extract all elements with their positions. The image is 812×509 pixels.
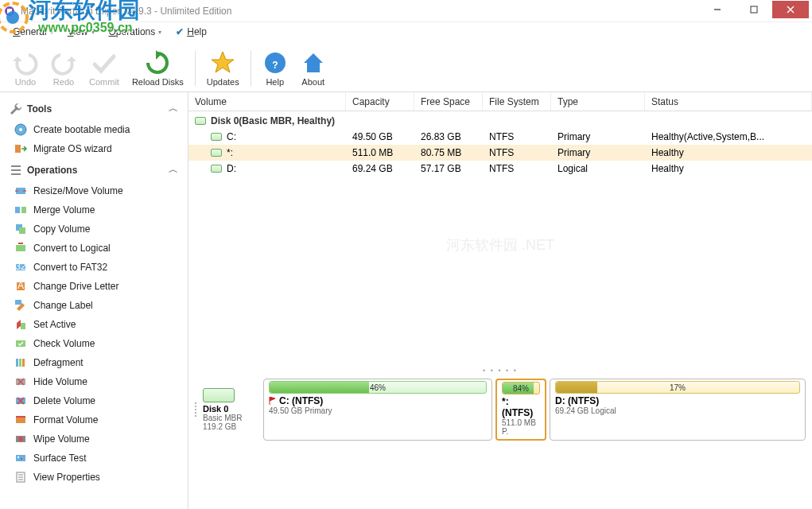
commit-icon xyxy=(91,50,117,76)
app-icon xyxy=(3,5,16,17)
svg-rect-25 xyxy=(21,323,25,329)
sidebar-item-change-drive-letter[interactable]: AChange Drive Letter xyxy=(0,277,188,296)
volume-row[interactable]: D:69.24 GB57.17 GBNTFSLogicalHealthy xyxy=(188,161,812,177)
svg-rect-27 xyxy=(16,359,18,367)
sidebar-item-convert-to-logical[interactable]: Convert to Logical xyxy=(0,239,188,258)
volume-row[interactable]: C:49.50 GB26.83 GBNTFSPrimaryHealthy(Act… xyxy=(188,129,812,145)
drag-handle-icon[interactable] xyxy=(195,379,200,441)
disk-icon xyxy=(203,388,235,402)
sidebar-item-hide-volume[interactable]: Hide Volume xyxy=(0,372,188,391)
reload-disks-button[interactable]: Reload Disks xyxy=(126,49,190,88)
sidebar-item-check-volume[interactable]: Check Volume xyxy=(0,334,188,353)
menu-bar: General▾ View▾ Operations▾ ✔Help xyxy=(0,22,812,41)
op-icon xyxy=(14,318,27,331)
sidebar-item-wipe-volume[interactable]: Wipe Volume xyxy=(0,429,188,449)
col-status[interactable]: Status xyxy=(645,92,812,111)
close-button[interactable] xyxy=(772,1,809,18)
svg-rect-11 xyxy=(11,165,21,167)
sidebar-item-view-properties[interactable]: View Properties xyxy=(0,468,188,487)
redo-button[interactable]: Redo xyxy=(45,49,83,88)
menu-general[interactable]: General▾ xyxy=(6,25,60,39)
migrate-icon xyxy=(14,142,27,155)
sidebar-item-convert-to-fat-[interactable]: 32Convert to FAT32 xyxy=(0,258,188,277)
sidebar-item-delete-volume[interactable]: Delete Volume xyxy=(0,391,188,410)
op-icon xyxy=(14,356,27,369)
volume-row[interactable]: *:511.0 MB80.75 MBNTFSPrimaryHealthy xyxy=(188,145,812,161)
maximize-button[interactable] xyxy=(736,1,772,18)
disc-icon xyxy=(14,123,27,136)
help-icon: ? xyxy=(262,50,288,76)
op-icon: 32 xyxy=(14,261,27,274)
sidebar-item-resize-move-volume[interactable]: Resize/Move Volume xyxy=(0,181,188,200)
menu-operations[interactable]: Operations▾ xyxy=(103,25,169,39)
minimize-button[interactable] xyxy=(699,1,736,18)
svg-rect-16 xyxy=(21,207,26,213)
op-icon xyxy=(14,223,27,235)
op-icon xyxy=(14,433,27,445)
home-icon xyxy=(301,50,326,76)
usage-bar: 84% xyxy=(502,382,540,394)
sidebar-item-format-volume[interactable]: Format Volume xyxy=(0,410,188,429)
op-icon xyxy=(14,185,27,197)
op-icon xyxy=(14,394,27,407)
col-capacity[interactable]: Capacity xyxy=(346,92,414,111)
partition-box[interactable]: 17%D: (NTFS)69.24 GB Logical xyxy=(550,379,806,441)
menu-help[interactable]: ✔Help xyxy=(169,25,213,39)
svg-rect-15 xyxy=(15,207,20,213)
volume-icon xyxy=(211,133,222,141)
usage-bar: 46% xyxy=(269,381,487,394)
svg-rect-28 xyxy=(19,359,21,367)
toolbar-separator xyxy=(251,51,251,86)
sidebar-item-create-bootable[interactable]: Create bootable media xyxy=(0,120,188,139)
op-icon xyxy=(14,299,27,312)
sidebar-section-tools[interactable]: Tools ︿ xyxy=(0,97,188,120)
splitter-handle[interactable]: • • • • • xyxy=(188,367,812,374)
col-free[interactable]: Free Space xyxy=(414,92,483,111)
op-icon xyxy=(14,471,27,484)
help-button[interactable]: ? Help xyxy=(256,49,294,88)
partition-box[interactable]: 46%C: (NTFS)49.50 GB Primary xyxy=(263,379,492,441)
col-type[interactable]: Type xyxy=(551,92,645,111)
menu-view[interactable]: View▾ xyxy=(61,25,101,39)
disk-group-header[interactable]: Disk 0(Basic MBR, Healthy) xyxy=(188,113,812,129)
main-content: Volume Capacity Free Space File System T… xyxy=(188,92,812,509)
about-button[interactable]: About xyxy=(294,49,332,88)
toolbar-separator xyxy=(195,51,196,86)
svg-rect-32 xyxy=(16,417,25,423)
volume-icon xyxy=(211,149,222,157)
sidebar-item-copy-volume[interactable]: Copy Volume xyxy=(0,220,188,239)
op-icon xyxy=(14,414,27,426)
svg-rect-29 xyxy=(22,359,25,367)
sidebar-section-operations[interactable]: Operations ︿ xyxy=(0,158,188,181)
updates-button[interactable]: Updates xyxy=(200,49,246,88)
flag-icon xyxy=(269,397,277,405)
sidebar-item-change-label[interactable]: Change Label xyxy=(0,296,188,315)
sidebar-item-surface-test[interactable]: Surface Test xyxy=(0,449,188,468)
undo-button[interactable]: Undo xyxy=(6,49,45,88)
svg-rect-10 xyxy=(15,145,21,153)
op-icon: A xyxy=(14,280,27,293)
svg-point-9 xyxy=(19,128,22,131)
disk-info[interactable]: Disk 0 Basic MBR 119.2 GB xyxy=(203,379,260,441)
window-title: Macrorit Partition Expert v4.9.3 - Unlim… xyxy=(21,6,699,17)
reload-icon xyxy=(145,50,170,76)
partition-box[interactable]: 84%*: (NTFS)511.0 MB P. xyxy=(495,379,546,441)
svg-rect-13 xyxy=(11,173,21,175)
commit-button[interactable]: Commit xyxy=(83,49,126,88)
col-fs[interactable]: File System xyxy=(483,92,551,111)
svg-text:A: A xyxy=(17,280,24,291)
sidebar-item-defragment[interactable]: Defragment xyxy=(0,353,188,372)
redo-icon xyxy=(51,50,76,76)
chevron-up-icon: ︿ xyxy=(169,102,178,115)
svg-text:32: 32 xyxy=(15,261,26,272)
col-volume[interactable]: Volume xyxy=(188,92,346,111)
svg-text:?: ? xyxy=(272,60,278,71)
undo-icon xyxy=(13,50,38,76)
svg-rect-1 xyxy=(7,9,12,14)
sidebar-item-merge-volume[interactable]: Merge Volume xyxy=(0,200,188,220)
op-icon xyxy=(14,452,27,464)
op-icon xyxy=(14,337,27,350)
sidebar-item-set-active[interactable]: Set Active xyxy=(0,315,188,334)
svg-rect-19 xyxy=(16,245,25,251)
sidebar-item-migrate-os[interactable]: Migrate OS wizard xyxy=(0,139,188,158)
